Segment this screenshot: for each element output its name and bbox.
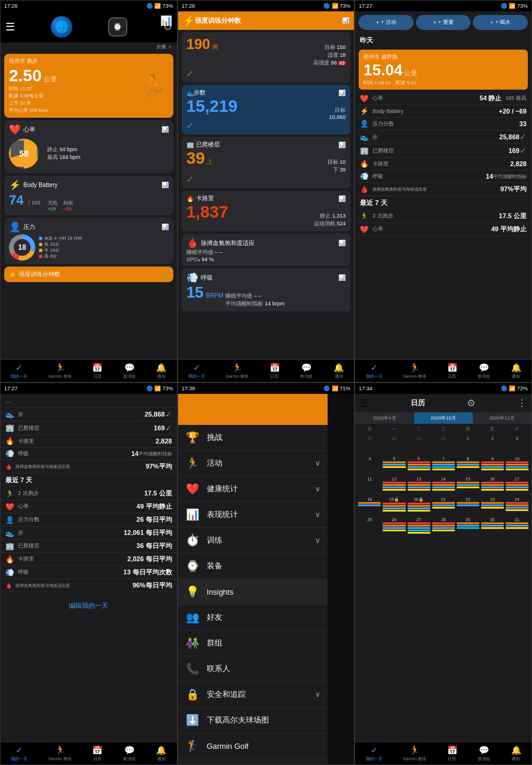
day-17[interactable]: 17 [505,476,529,494]
chart-icon-spo2[interactable]: 📊 [338,240,346,246]
nav-p3-2[interactable]: 🏃Garmin 教练 [403,363,426,380]
day-11[interactable]: 11 [357,476,381,494]
day-28-sep[interactable]: 28 [382,436,406,454]
add-activity-btn[interactable]: + + 活动 [359,15,414,30]
spo2-section[interactable]: 🩸 脉搏血氧饱和度适应 📊 睡眠平均值 – – SPO₄ 94 % [182,234,351,266]
calendar-month-tabs[interactable]: 2020年9月 2020年10月 2020年11月 [355,412,531,424]
nav-p6-2[interactable]: 🏃Garmin 教练 [403,745,426,762]
cal-filter-icon[interactable]: ⚙ [467,397,475,409]
menu-safety[interactable]: 🔒 安全和追踪 ∨ [178,682,328,708]
nav-p3-4[interactable]: 💬新消息 [478,363,490,380]
day-26[interactable]: 26 [382,517,406,535]
nav-p6-4[interactable]: 💬新消息 [478,745,490,762]
day-30[interactable]: 30 [481,517,505,535]
day-27[interactable]: 27 [407,517,431,535]
nav-notify-p2[interactable]: 🔔 通知 [334,363,344,380]
day-12[interactable]: 12 [382,476,406,494]
intensity-mini-card[interactable]: ⚡ 强度训练分钟数 ✓ [4,267,173,282]
day-29[interactable]: 29 [456,517,480,535]
day-28[interactable]: 28 [432,517,455,535]
nav-notify[interactable]: 🔔 通知 [156,363,166,380]
menu-equipment[interactable]: ⌚ 装备 [178,553,328,579]
globe-icon[interactable]: 🌐 [51,16,72,38]
chart-icon-steps[interactable]: 📊 [338,90,346,96]
chart-icon-calories[interactable]: 📊 [338,195,346,202]
month-nov[interactable]: 2020年11月 [473,412,531,424]
chart-icon-breathing[interactable]: 📊 [338,274,346,281]
yesterday-run-card[interactable]: 梧州市 越野跑 15.04 公里 时间 1:18:11 配速 5:12 [359,50,528,90]
nav-p4-4[interactable]: 💬新消息 [123,745,136,762]
nav-my-day-p2[interactable]: ✓ 我的一天 [188,363,205,380]
menu-icon[interactable]: ☰ [5,20,15,33]
day-15[interactable]: 15 [456,476,480,494]
day-22[interactable]: 22 [456,497,480,515]
folded-label[interactable]: 折叠 ∧ [1,42,177,51]
day-21[interactable]: 21 [432,497,455,515]
month-sep[interactable]: 2020年9月 [355,412,414,424]
floors-section[interactable]: 🏢 已爬楼层 📊 39 上 目标 10 下 39 ✓ [182,137,351,188]
day-18[interactable]: 18 [357,497,381,515]
chart-icon-pressure[interactable]: 📊 [161,224,169,230]
menu-challenge[interactable]: 🏆 挑战 [178,425,328,451]
menu-training[interactable]: ⏱️ 训练 ∨ [178,528,328,553]
cal-menu-icon[interactable]: ☰ [360,397,368,409]
add-weight-btn[interactable]: + + 重量 [416,15,471,30]
menu-performance[interactable]: 📊 表现统计 ∨ [178,502,328,528]
nav-p3-5[interactable]: 🔔通知 [511,363,521,380]
heart-rate-card[interactable]: ❤️ 心率 📊 58 静止 50 bpm 最高 166 bpm [4,120,173,173]
day-19[interactable]: 19🔒 [382,497,406,515]
menu-connect-iq[interactable]: 📱 Connect IQ™ 应用商店 [178,759,328,764]
day-13[interactable]: 13 [407,476,431,494]
nav-p3-3[interactable]: 📅日历 [447,363,457,380]
cal-more-icon[interactable]: ⋮ [517,397,527,409]
nav-p4-1[interactable]: ✓我的一天 [11,745,27,762]
nav-garmin[interactable]: 🏃 Garmin 教练 [48,363,72,380]
chart-icon-heart[interactable]: 📊 [161,126,169,133]
edit-my-day[interactable]: 编辑我的一天 [1,595,177,615]
day-3[interactable]: 3 [505,436,529,454]
day-25[interactable]: 25 [357,517,381,535]
nav-p4-5[interactable]: 🔔通知 [156,745,166,762]
calories-section[interactable]: 🔥 卡路里 📊 1,837 静止 1,313 运动消耗 524 [182,191,351,231]
day-7[interactable]: 7 [432,456,455,474]
chart-icon-floors[interactable]: 📊 [338,142,346,148]
intensity-section[interactable]: 190 周 目标 150 适度 18 高强度 86 ×2 ✓ [182,32,351,82]
nav-p3-1[interactable]: ✓我的一天 [366,363,383,380]
nav-cal-p2[interactable]: 📅 日历 [270,363,280,380]
nav-calendar[interactable]: 📅 日历 [92,363,102,380]
day-2[interactable]: 2 [481,436,505,454]
day-16[interactable]: 16 [481,476,505,494]
menu-groups[interactable]: 👫 群组 [178,631,328,656]
add-drink-btn[interactable]: + + 喝水 [473,15,528,30]
nav-msg-p2[interactable]: 💬 新消息 [300,363,313,380]
day-4[interactable]: 4 [357,456,381,474]
nav-p6-1[interactable]: ✓我的一天 [366,745,383,762]
day-31[interactable]: 31 [505,517,529,535]
chart-icon-intensity[interactable]: 📊 [342,17,349,24]
month-oct[interactable]: 2020年10月 [414,412,473,424]
menu-activity[interactable]: 🏃 活动 ∨ [178,451,328,476]
chart-icon-running[interactable]: 📊 [160,15,172,26]
nav-p6-3[interactable]: 📅日历 [447,745,457,762]
running-activity-card[interactable]: 梧州市 跑步 2.50 公里 时间 11:27 配速 4:35每公里 上升 10… [4,54,173,118]
menu-golf-download[interactable]: ⬇️ 下载高尔夫球场图 [178,708,328,733]
chart-icon-battery[interactable]: 📊 [161,182,169,188]
menu-insights[interactable]: 💡 Insights [178,579,328,605]
day-30-sep[interactable]: 30 [432,436,455,454]
nav-messages[interactable]: 💬 新消息 [123,363,136,380]
nav-my-day[interactable]: ✓ 我的一天 [11,363,27,380]
menu-health[interactable]: ❤️ 健康统计 ∨ [178,476,328,502]
nav-p4-2[interactable]: 🏃Garmin 教练 [48,745,72,762]
nav-p4-3[interactable]: 📅日历 [92,745,102,762]
menu-garmin-golf[interactable]: 🏌️ Garmin Golf [178,733,328,759]
menu-contacts[interactable]: 📞 联系人 [178,656,328,682]
day-10[interactable]: 10 [505,456,529,474]
day-1[interactable]: 1 [456,436,480,454]
nav-garmin-p2[interactable]: 🏃 Garmin 教练 [225,363,249,380]
breathing-section[interactable]: 💨 呼吸 📊 15 BRPM 睡眠平均值 – – 平均清醒时指标 14 brpm [182,268,351,311]
day-9[interactable]: 9 [481,456,505,474]
day-8[interactable]: 8 [456,456,480,474]
menu-friends[interactable]: 👥 好友 [178,605,328,631]
day-23[interactable]: 23 [481,497,505,515]
day-24[interactable]: 24 [505,497,529,515]
